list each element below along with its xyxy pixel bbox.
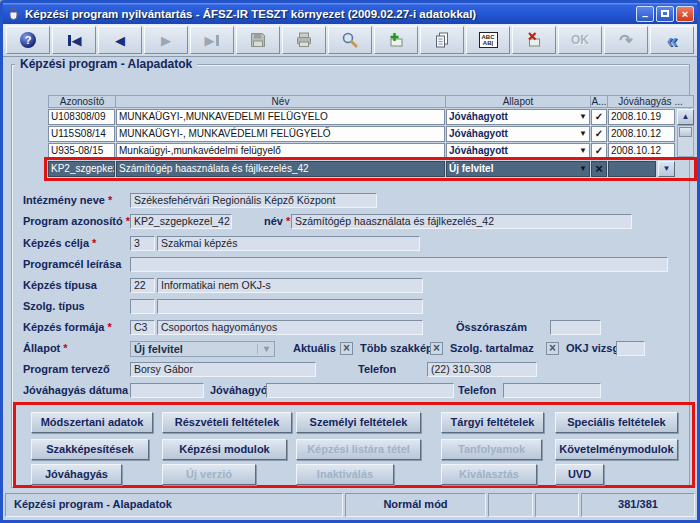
main-content: Képzési program - Alapadatok Azonosító N…: [3, 57, 697, 489]
column-header-jovahagyas: Jóváhagyás ...: [608, 95, 694, 108]
reszveteli-feltetelek-button[interactable]: Részvételi feltételek: [162, 412, 292, 433]
status-page-name: Képzési program - Alapadatok: [5, 493, 343, 517]
field-kepzes-formaja-kod[interactable]: C3: [130, 320, 155, 335]
field-kepzes-celja[interactable]: Szakmai képzés: [157, 236, 420, 251]
field-jovahagyas-datuma[interactable]: [130, 383, 204, 398]
cell-id: KP2_szgepkezel_4: [48, 161, 115, 177]
cell-actual-check: ✓: [591, 126, 607, 142]
add-record-button[interactable]: [374, 26, 418, 54]
field-osszoraszam[interactable]: [550, 320, 601, 335]
cell-status-combo[interactable]: Jóváhagyott▼: [446, 109, 590, 125]
field-kepzes-formaja[interactable]: Csoportos hagyományos: [157, 320, 423, 335]
last-record-icon: ▶: [205, 34, 215, 47]
cell-date: [608, 161, 656, 177]
cell-name: MUNKAÜGYI-,MUNKAVEDELMI FELÜGYELO: [116, 109, 445, 125]
toolbar: ? ◀ ◀ ▶ ▶: [3, 24, 697, 57]
save-button: [236, 26, 280, 54]
first-record-button[interactable]: ◀: [52, 26, 96, 54]
add-record-icon: [387, 31, 405, 49]
modszertani-adatok-button[interactable]: Módszertani adatok: [31, 412, 153, 433]
label-jovahagyo: Jóváhagyó: [210, 383, 267, 399]
page-title: Képzési program - Alapadatok: [15, 57, 197, 71]
label-kepzes-formaja: Képzés formája *: [23, 320, 112, 336]
label-program-tervezo: Program tervező: [23, 362, 110, 378]
save-icon: [249, 31, 267, 49]
back-button[interactable]: «: [650, 26, 694, 54]
cell-status-combo[interactable]: Jóváhagyott▼: [446, 126, 590, 142]
label-telefon-1: Telefon: [358, 362, 396, 378]
label-jovahagyas-datuma: Jóváhagyás dátuma: [23, 383, 128, 399]
inaktivalas-button: Inaktiválás: [296, 464, 394, 485]
status-empty-cell-1: [488, 493, 533, 517]
close-button[interactable]: ×: [676, 6, 694, 22]
field-program-azonosito[interactable]: KP2_szgepkezel_42: [130, 214, 232, 229]
field-kepzes-tipusa-kod[interactable]: 22: [130, 278, 155, 293]
field-kepzes-celja-kod[interactable]: 3: [130, 236, 155, 251]
app-icon: [7, 7, 21, 21]
label-tobb-szakkep: Több szakkép.: [360, 341, 436, 357]
scrollbar-track[interactable]: [677, 125, 694, 157]
chevron-down-icon: ▼: [579, 110, 587, 124]
label-intezmeny: Intézmény neve *: [23, 193, 112, 209]
application-window: Képzési program nyilvántartás - ÁFSZ-IR …: [0, 0, 700, 523]
field-telefon-1[interactable]: (22) 310-308: [427, 362, 537, 377]
label-telefon-2: Telefon: [458, 383, 496, 399]
targyi-feltetelek-button[interactable]: Tárgyi feltételek: [441, 412, 544, 433]
help-button[interactable]: ?: [6, 26, 50, 54]
delete-record-button[interactable]: [512, 26, 556, 54]
field-intezmeny[interactable]: Székesfehérvári Regionális Képző Központ: [130, 193, 377, 208]
field-kepzes-tipusa[interactable]: Informatikai nem OKJ-s: [157, 278, 423, 293]
cell-id: U115S08/14: [48, 126, 115, 142]
allapot-combobox[interactable]: Új felvitel▼: [130, 341, 275, 357]
window-title: Képzési program nyilvántartás - ÁFSZ-IR …: [25, 8, 634, 20]
copy-record-icon: [433, 31, 451, 49]
abc-check-icon: ABCAB|: [479, 32, 498, 48]
table-row[interactable]: U108308/09 MUNKAÜGYI-,MUNKAVEDELMI FELÜG…: [48, 109, 694, 125]
last-record-button: ▶: [190, 26, 234, 54]
uj-verzio-button: Új verzió: [162, 464, 256, 485]
szolg-tartalmaz-checkbox: ×: [546, 342, 559, 355]
kivalasztas-button: Kiválasztás: [441, 464, 537, 485]
scrollbar-down-button[interactable]: ▼: [658, 161, 675, 177]
table-row-selected[interactable]: KP2_szgepkezel_4 Számítógép haasználata …: [48, 161, 694, 177]
table-header: Azonosító Név Állapot A... Jóváhagyás ..…: [48, 95, 694, 108]
cell-date: 2008.10.12: [608, 126, 675, 142]
search-button[interactable]: [328, 26, 372, 54]
field-telefon-2[interactable]: [503, 383, 601, 398]
label-kepzes-tipusa: Képzés típusa: [23, 278, 97, 294]
table-row[interactable]: U115S08/14 MUNKAÜGYI-, MUNKAVÉDELMI FELÜ…: [48, 126, 694, 142]
field-jovahagyo[interactable]: [266, 383, 454, 398]
szakkepesitesek-button[interactable]: Szakképesítések: [31, 439, 149, 460]
title-bar: Képzési program nyilvántartás - ÁFSZ-IR …: [3, 3, 697, 24]
chevron-down-icon: ▼: [579, 144, 587, 158]
scrollbar-up-button[interactable]: ▲: [677, 109, 694, 125]
minimize-button[interactable]: –: [636, 6, 654, 22]
field-programcel[interactable]: [130, 257, 668, 272]
next-record-icon: ▶: [161, 34, 171, 47]
abc-check-button[interactable]: ABCAB|: [466, 26, 510, 54]
previous-record-button[interactable]: ◀: [98, 26, 142, 54]
copy-record-button[interactable]: [420, 26, 464, 54]
szemelyi-feltetelek-button[interactable]: Személyi feltételek: [296, 412, 421, 433]
status-mode: Normál mód: [345, 493, 486, 517]
scrollbar-thumb[interactable]: [679, 127, 692, 137]
field-szolg-tipus-kod[interactable]: [130, 299, 155, 314]
ok-icon: OK: [571, 33, 589, 47]
field-okj-vizsg[interactable]: [616, 341, 645, 356]
cell-status-combo[interactable]: Új felvitel▼: [446, 161, 590, 177]
kovetelmenymodulok-button[interactable]: Követelménymodulok: [555, 439, 678, 460]
field-nev[interactable]: Számítógép haasználata és fájlkezelés_42: [291, 214, 632, 229]
label-programcel: Programcél leírása: [23, 257, 121, 273]
field-program-tervezo[interactable]: Borsy Gábor: [130, 362, 316, 377]
cell-id: U108308/09: [48, 109, 115, 125]
maximize-button[interactable]: [656, 6, 674, 22]
field-szolg-tipus[interactable]: [157, 299, 423, 314]
jovahagyas-button[interactable]: Jóváhagyás: [31, 464, 122, 485]
search-icon: [341, 31, 359, 49]
scroll-down-icon: ▼: [663, 164, 671, 173]
cell-name: Számítógép haasználata és fájlkezelés_42: [116, 161, 445, 177]
kepzesi-modulok-button[interactable]: Képzési modulok: [162, 439, 287, 460]
specialis-feltetelek-button[interactable]: Speciális feltételek: [555, 412, 678, 433]
uvd-button[interactable]: UVD: [555, 464, 604, 485]
first-record-icon: [68, 35, 71, 46]
